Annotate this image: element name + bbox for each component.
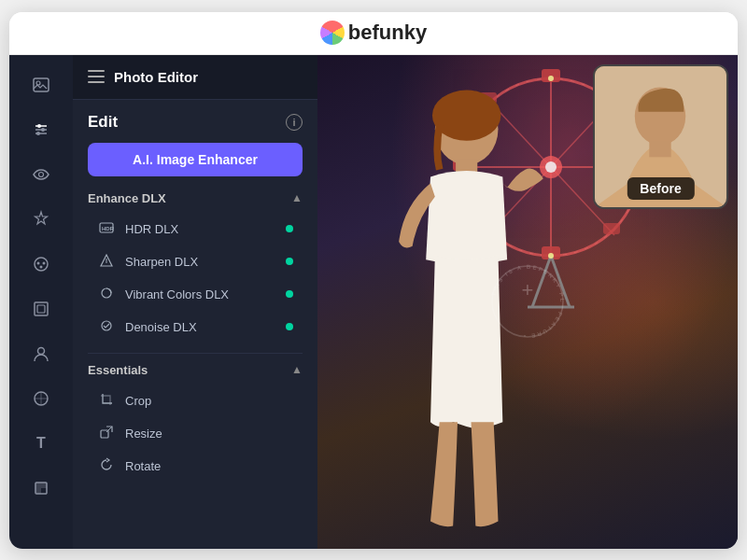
svg-text:FEATURE •: FEATURE • [522, 311, 563, 339]
svg-rect-0 [34, 78, 49, 91]
svg-point-1 [36, 81, 40, 85]
rotate-label: Rotate [125, 459, 161, 473]
sidebar-item-effects[interactable] [19, 199, 63, 240]
sharpen-dlx-item[interactable]: Sharpen DLX [88, 245, 303, 278]
enhance-dlx-header[interactable]: Enhance DLX ▲ [88, 191, 303, 205]
essentials-label: Essentials [88, 363, 148, 377]
vibrant-dlx-item[interactable]: Vibrant Colors DLX [88, 278, 303, 311]
essentials-chevron-icon: ▲ [291, 363, 303, 376]
svg-point-11 [43, 261, 46, 264]
edit-label: Edit [88, 113, 118, 132]
svg-text:HDR: HDR [102, 226, 114, 231]
enhance-dlx-group: Enhance DLX ▲ HDR HDR DLX [88, 191, 303, 343]
rotate-item[interactable]: Rotate [88, 450, 303, 483]
svg-rect-18 [35, 483, 41, 488]
vibrant-icon [97, 286, 116, 303]
svg-point-10 [37, 261, 40, 264]
rotate-icon [97, 457, 116, 475]
hdr-dlx-item[interactable]: HDR HDR DLX [88, 213, 303, 245]
frame-icon [32, 300, 50, 318]
svg-rect-42 [603, 223, 620, 234]
person-icon [32, 344, 50, 363]
svg-rect-61 [649, 140, 670, 157]
photo-icon [32, 76, 50, 94]
layers-icon [32, 479, 50, 497]
enhance-chevron-icon: ▲ [291, 191, 303, 204]
hdr-icon: HDR [97, 220, 116, 238]
app-container: befunky [9, 12, 738, 549]
paint-icon [32, 255, 50, 273]
svg-point-5 [41, 128, 45, 132]
vibrant-dot [286, 290, 293, 298]
sidebar-item-text[interactable]: T [19, 423, 63, 464]
before-label: Before [627, 177, 694, 200]
sidebar-item-frame[interactable] [19, 288, 63, 329]
ai-enhancer-button[interactable]: A.I. Image Enhancer [88, 143, 303, 176]
sidebar-item-person[interactable] [19, 333, 63, 374]
watermark: + THIS IS A BEFUNKY PLUS FEATURE • [481, 255, 574, 348]
canvas-area: + THIS IS A BEFUNKY PLUS FEATURE • [317, 55, 738, 549]
denoise-dot [286, 323, 293, 330]
svg-text:+: + [522, 278, 534, 301]
logo: befunky [320, 21, 427, 45]
crop-icon [97, 392, 116, 410]
icon-sidebar: T [9, 55, 73, 549]
svg-point-12 [40, 265, 43, 268]
edit-section-header: Edit i [88, 113, 303, 132]
eye-icon [32, 165, 50, 184]
hdr-dlx-label: HDR DLX [125, 222, 178, 236]
watermark-svg: + THIS IS A BEFUNKY PLUS FEATURE • [481, 255, 574, 348]
sharpen-dlx-label: Sharpen DLX [125, 255, 198, 269]
denoise-dlx-item[interactable]: Denoise DLX [88, 311, 303, 343]
sharpen-dot [286, 258, 293, 265]
sharpen-icon [97, 253, 116, 271]
svg-rect-20 [35, 488, 41, 494]
sidebar-item-sticker[interactable] [19, 378, 63, 419]
sidebar-item-adjust[interactable] [19, 109, 63, 150]
crop-label: Crop [125, 394, 151, 408]
svg-rect-14 [37, 305, 45, 313]
panel-header: Photo Editor [73, 55, 317, 100]
panel-content: Edit i A.I. Image Enhancer Enhance DLX ▲… [73, 100, 317, 505]
denoise-icon [97, 318, 116, 336]
svg-point-15 [38, 347, 45, 354]
hdr-dot [286, 225, 293, 232]
adjust-icon [32, 120, 50, 139]
sidebar-item-paint[interactable] [19, 244, 63, 285]
resize-icon [97, 425, 116, 442]
svg-point-3 [37, 124, 41, 128]
sidebar-item-eye[interactable] [19, 154, 63, 195]
top-bar: befunky [9, 12, 738, 55]
info-button[interactable]: i [286, 114, 303, 131]
svg-point-53 [432, 91, 500, 141]
sticker-icon [32, 389, 50, 408]
main-area: T Photo Editor Edit [9, 55, 738, 549]
effects-icon [32, 210, 50, 229]
essentials-group: Essentials ▲ Crop Resize [88, 363, 303, 483]
panel-title: Photo Editor [114, 69, 198, 85]
enhance-dlx-label: Enhance DLX [88, 191, 166, 205]
svg-point-8 [39, 172, 44, 176]
resize-item[interactable]: Resize [88, 417, 303, 450]
svg-point-26 [102, 321, 111, 330]
logo-icon [320, 21, 345, 45]
resize-label: Resize [125, 427, 162, 441]
sidebar-item-photo[interactable] [19, 64, 63, 105]
hamburger-button[interactable] [88, 70, 105, 83]
svg-rect-19 [41, 483, 47, 488]
essentials-header[interactable]: Essentials ▲ [88, 363, 303, 377]
svg-line-28 [106, 427, 112, 432]
denoise-dlx-label: Denoise DLX [125, 320, 197, 334]
sidebar-item-layers[interactable] [19, 468, 63, 509]
svg-point-7 [36, 132, 40, 135]
text-icon: T [36, 435, 46, 452]
svg-rect-13 [35, 302, 48, 315]
svg-point-9 [35, 258, 48, 271]
edit-panel: Photo Editor Edit i A.I. Image Enhancer … [73, 55, 317, 549]
crop-item[interactable]: Crop [88, 385, 303, 417]
divider [88, 353, 303, 354]
logo-text: befunky [348, 21, 427, 45]
before-card: Before [593, 64, 728, 209]
vibrant-dlx-label: Vibrant Colors DLX [125, 287, 229, 301]
